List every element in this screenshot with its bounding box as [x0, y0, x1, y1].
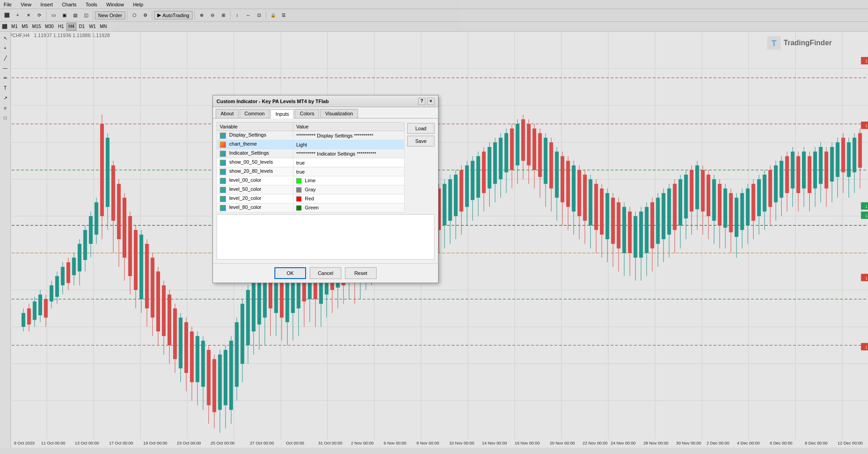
- tab-visualization[interactable]: Visualization: [320, 109, 358, 118]
- cell-value: Lime: [293, 176, 405, 185]
- right-buttons: Load Save: [407, 122, 434, 213]
- col-variable: Variable: [217, 123, 293, 131]
- table-row[interactable]: show_20_80_levels true: [217, 167, 405, 176]
- col-value: Value: [293, 123, 405, 131]
- dialog-controls: ? ×: [418, 98, 434, 105]
- table-row[interactable]: chart_theme Light: [217, 140, 405, 149]
- cell-variable: Indicator_Settings: [217, 149, 293, 158]
- cell-value: Green: [293, 203, 405, 213]
- cell-value: true: [293, 167, 405, 176]
- table-row[interactable]: Display_Settings ********** Display Sett…: [217, 131, 405, 140]
- dialog-footer: OK Cancel Reset: [213, 263, 438, 283]
- cell-variable: level_20_color: [217, 194, 293, 203]
- cell-variable: level_50_color: [217, 185, 293, 194]
- cell-variable: show_20_80_levels: [217, 167, 293, 176]
- ok-button[interactable]: OK: [274, 267, 306, 279]
- cell-value: Light: [293, 140, 405, 149]
- table-row[interactable]: level_80_color Green: [217, 203, 405, 213]
- table-row[interactable]: level_20_color Red: [217, 194, 405, 203]
- table-row[interactable]: show_00_50_levels true: [217, 158, 405, 167]
- indicator-dialog: Custom Indicator - Key PA Levels MT4 by …: [212, 95, 439, 283]
- cell-variable: chart_theme: [217, 140, 293, 149]
- reset-button[interactable]: Reset: [345, 267, 377, 279]
- dialog-content: Variable Value Display_Settings ********…: [213, 118, 438, 263]
- table-row[interactable]: level_50_color Gray: [217, 185, 405, 194]
- load-button[interactable]: Load: [407, 123, 434, 134]
- save-button[interactable]: Save: [407, 136, 434, 147]
- cell-value: true: [293, 158, 405, 167]
- cancel-button[interactable]: Cancel: [310, 267, 341, 279]
- tab-about[interactable]: About: [216, 109, 239, 118]
- cell-variable: level_80_color: [217, 203, 293, 213]
- indicator-table: Variable Value Display_Settings ********…: [217, 122, 405, 213]
- cell-value: Red: [293, 194, 405, 203]
- cell-value: Gray: [293, 185, 405, 194]
- table-row[interactable]: level_00_color Lime: [217, 176, 405, 185]
- tab-common[interactable]: Common: [240, 109, 270, 118]
- empty-area: [217, 214, 434, 260]
- dialog-tabs: About Common Inputs Colors Visualization: [213, 107, 438, 118]
- cell-value: ********** Display Settings **********: [293, 131, 405, 140]
- dialog-titlebar: Custom Indicator - Key PA Levels MT4 by …: [213, 95, 438, 107]
- dialog-close-button[interactable]: ×: [427, 98, 434, 105]
- cell-variable: Display_Settings: [217, 131, 293, 140]
- cell-value: ********** Indicator Settings **********: [293, 149, 405, 158]
- tab-inputs[interactable]: Inputs: [270, 109, 294, 118]
- dialog-title: Custom Indicator - Key PA Levels MT4 by …: [217, 99, 329, 104]
- cell-variable: show_00_50_levels: [217, 158, 293, 167]
- cell-variable: level_00_color: [217, 176, 293, 185]
- table-row[interactable]: Indicator_Settings ********** Indicator …: [217, 149, 405, 158]
- dialog-help-button[interactable]: ?: [418, 98, 425, 105]
- tab-colors[interactable]: Colors: [295, 109, 319, 118]
